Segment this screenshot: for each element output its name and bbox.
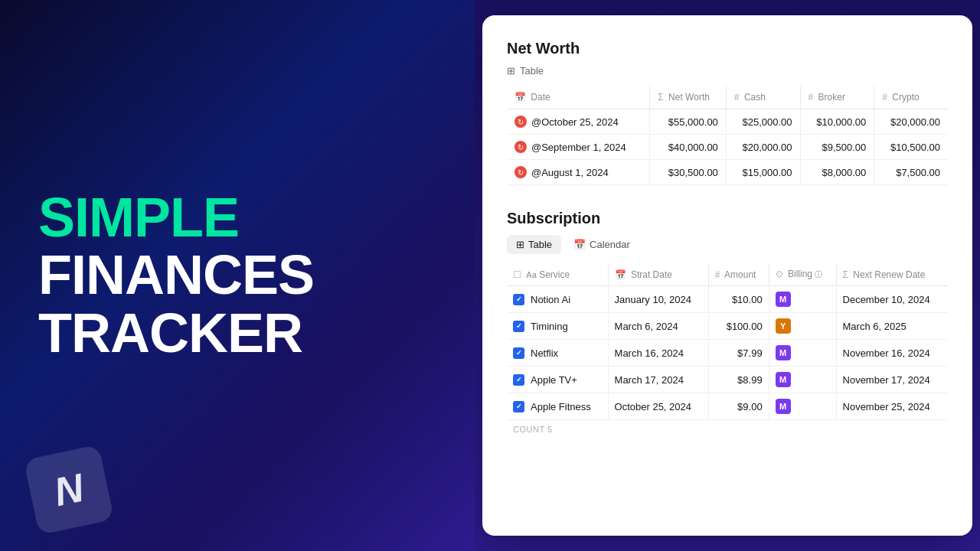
sub-cell-renew-date: November 17, 2024 [836,367,948,393]
tab-calendar[interactable]: 📅 Calendar [564,235,639,254]
sub-cell-service: Apple TV+ [507,367,608,393]
sub-cell-amount: $9.00 [708,393,769,420]
sub-cell-amount: $8.99 [708,367,769,393]
net-worth-section: Net Worth ⊞ Table 📅 Date Σ Net Worth # C… [507,40,948,185]
sub-cell-service: Apple Fitness [507,393,608,420]
sub-cell-amount: $7.99 [708,340,769,367]
date-icon [514,116,527,128]
tab-table[interactable]: ⊞ Table [507,235,561,254]
col-crypto: # Crypto [874,86,948,109]
table-row: @August 1, 2024 $30,500.00 $15,000.00 $8… [507,160,948,185]
sub-cell-billing: Y [769,313,836,340]
col-cash: # Cash [726,86,800,109]
sub-cell-start-date: March 17, 2024 [608,367,708,393]
cell-cash: $20,000.00 [726,135,800,160]
cell-broker: $9,500.00 [800,135,874,160]
billing-badge: Y [776,318,791,334]
count-value: 5 [547,425,553,434]
cell-crypto: $7,500.00 [874,160,948,185]
sub-col-billing: ⊙ Billing ⓘ [769,263,836,286]
date-icon [514,141,527,153]
right-panel: Net Worth ⊞ Table 📅 Date Σ Net Worth # C… [475,0,980,551]
table-icon: ⊞ [507,65,515,77]
notion-logo-inner [24,445,115,536]
service-name: Apple Fitness [531,401,591,412]
sub-cell-billing: M [769,286,836,313]
tab-calendar-label: Calendar [590,239,630,250]
sub-col-amount: # Amount [708,263,769,286]
billing-badge: M [776,345,791,360]
table-row: @October 25, 2024 $55,000.00 $25,000.00 … [507,109,948,135]
list-item: Timining March 6, 2024 $100.00 Y March 6… [507,313,948,340]
sub-cell-renew-date: December 10, 2024 [836,286,948,313]
tab-bar: ⊞ Table 📅 Calendar [507,235,948,254]
checkbox[interactable] [513,347,524,359]
checkbox[interactable] [513,321,524,332]
cell-crypto: $20,000.00 [874,109,948,135]
checkbox[interactable] [513,374,524,386]
hero-title: SIMPLE FINANCES TRACKER [38,189,314,363]
sub-col-service: ☐ Aa Service [507,263,608,286]
cell-net-worth: $30,500.00 [650,160,727,185]
sub-cell-renew-date: November 25, 2024 [836,393,948,420]
subscription-title: Subscription [507,210,948,227]
sub-cell-billing: M [769,340,836,367]
cell-crypto: $10,500.00 [874,135,948,160]
notion-card[interactable]: Net Worth ⊞ Table 📅 Date Σ Net Worth # C… [482,15,972,536]
cell-date: @August 1, 2024 [507,160,650,185]
sub-cell-renew-date: March 6, 2025 [836,313,948,340]
cell-net-worth: $40,000.00 [650,135,727,160]
tab-table-label: Table [528,239,552,250]
billing-badge: M [776,399,791,414]
title-line-2: FINANCES [38,246,314,305]
sub-cell-amount: $100.00 [708,313,769,340]
service-name: Netflix [531,347,558,359]
net-worth-table-label: ⊞ Table [507,65,948,77]
table-tab-icon: ⊞ [516,239,524,250]
date-icon [514,166,527,178]
list-item: Notion Ai January 10, 2024 $10.00 M Dece… [507,286,948,313]
checkbox[interactable] [513,294,524,305]
sub-cell-renew-date: November 16, 2024 [836,340,948,367]
list-item: Apple TV+ March 17, 2024 $8.99 M Novembe… [507,367,948,393]
subscription-table: ☐ Aa Service 📅 Strat Date # Amount ⊙ Bil… [507,263,948,420]
notion-logo [31,452,107,528]
table-row: @September 1, 2024 $40,000.00 $20,000.00… [507,135,948,160]
billing-badge: M [776,372,791,387]
sub-col-renew-date: Σ Next Renew Date [836,263,948,286]
calendar-tab-icon: 📅 [573,239,586,250]
net-worth-title: Net Worth [507,40,948,57]
service-name: Timining [531,321,568,332]
sub-cell-service: Timining [507,313,608,340]
cell-broker: $10,000.00 [800,109,874,135]
checkbox[interactable] [513,401,524,412]
left-panel: SIMPLE FINANCES TRACKER [0,0,475,551]
sub-cell-billing: M [769,367,836,393]
sub-cell-start-date: January 10, 2024 [608,286,708,313]
service-name: Notion Ai [531,294,570,305]
count-label: COUNT [513,425,544,434]
sub-col-start-date: 📅 Strat Date [608,263,708,286]
col-broker: # Broker [800,86,874,109]
cell-broker: $8,000.00 [800,160,874,185]
list-item: Netflix March 16, 2024 $7.99 M November … [507,340,948,367]
cell-cash: $15,000.00 [726,160,800,185]
sub-cell-start-date: March 6, 2024 [608,313,708,340]
sub-header-row: ☐ Aa Service 📅 Strat Date # Amount ⊙ Bil… [507,263,948,286]
list-item: Apple Fitness October 25, 2024 $9.00 M N… [507,393,948,420]
sub-cell-service: Notion Ai [507,286,608,313]
cell-cash: $25,000.00 [726,109,800,135]
service-name: Apple TV+ [531,374,577,386]
sub-cell-amount: $10.00 [708,286,769,313]
sub-cell-billing: M [769,393,836,420]
net-worth-table: 📅 Date Σ Net Worth # Cash # Broker # Cry… [507,86,948,185]
title-line-1: SIMPLE [38,189,314,247]
net-worth-header-row: 📅 Date Σ Net Worth # Cash # Broker # Cry… [507,86,948,109]
subscription-section: Subscription ⊞ Table 📅 Calendar ☐ Aa Ser… [507,210,948,439]
sub-cell-start-date: March 16, 2024 [608,340,708,367]
sub-cell-service: Netflix [507,340,608,367]
cell-date: @October 25, 2024 [507,109,650,135]
count-row: COUNT 5 [507,420,948,439]
sub-cell-start-date: October 25, 2024 [608,393,708,420]
title-line-3: TRACKER [38,305,314,363]
